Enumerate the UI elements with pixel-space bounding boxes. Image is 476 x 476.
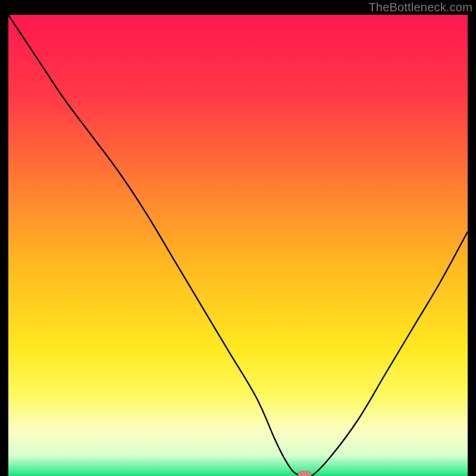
- plot-area: [8, 15, 468, 476]
- gradient-background: [8, 15, 468, 476]
- watermark-text: TheBottleneck.com: [368, 1, 472, 14]
- optimum-marker: [298, 471, 311, 476]
- bottleneck-chart: [8, 15, 468, 476]
- chart-frame: TheBottleneck.com: [0, 0, 476, 476]
